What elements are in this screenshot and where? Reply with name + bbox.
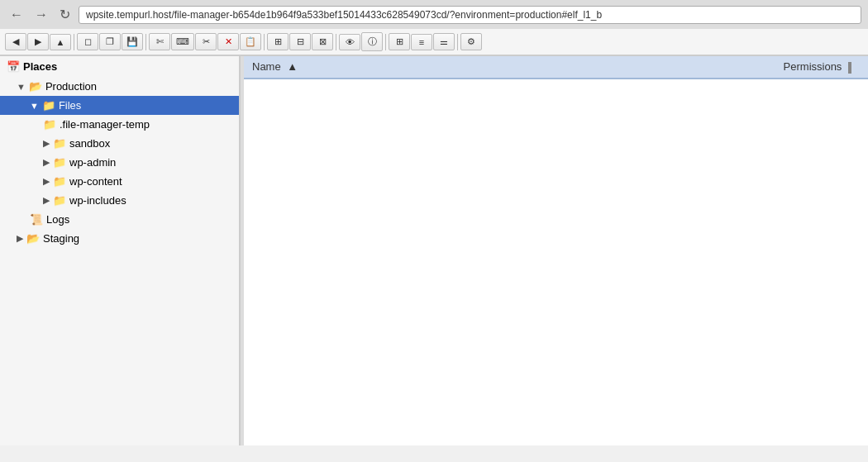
- places-label: Places: [23, 60, 57, 73]
- tb-sep-3: [264, 34, 265, 50]
- files-collapse-icon: ▼: [30, 101, 39, 111]
- tb-copy[interactable]: ❐: [99, 33, 121, 50]
- sandbox-expand-icon: ▶: [43, 138, 50, 149]
- tb-view1[interactable]: ⊞: [267, 33, 289, 50]
- file-table: Name ▲ Permissions: [244, 56, 868, 79]
- sidebar-wp-content[interactable]: ▶ 📁 wp-content: [0, 172, 239, 191]
- sandbox-label: sandbox: [69, 137, 110, 150]
- tb-sep-4: [336, 34, 336, 50]
- tb-view2[interactable]: ⊟: [289, 33, 311, 50]
- production-collapse-icon: ▼: [17, 82, 26, 92]
- col-resize-handle[interactable]: [848, 62, 851, 74]
- staging-icon: 📂: [26, 232, 40, 245]
- sidebar-staging[interactable]: ▶ 📂 Staging: [0, 229, 239, 248]
- tb-rename[interactable]: 📋: [240, 33, 261, 50]
- sidebar-logs[interactable]: 📜 Logs: [0, 210, 239, 229]
- tb-sep-6: [457, 34, 458, 50]
- tb-delete[interactable]: ✕: [217, 33, 239, 50]
- tb-view3[interactable]: ⊠: [312, 33, 333, 50]
- col-permissions-header[interactable]: Permissions: [618, 56, 868, 79]
- sidebar-wp-admin[interactable]: ▶ 📁 wp-admin: [0, 153, 239, 172]
- sidebar: 📅 Places ▼ 📂 Production ▼ 📁 Files 📁 .fil…: [0, 56, 240, 445]
- wpadmin-expand-icon: ▶: [43, 157, 50, 168]
- tb-up[interactable]: ▲: [50, 34, 71, 50]
- production-label: Production: [45, 80, 97, 93]
- browser-chrome: ← → ↻ ◀ ▶ ▲ ◻ ❐ 💾 ✄ ⌨ ✂ ✕ 📋 ⊞ ⊟ ⊠ 👁 ⓘ ⊞ …: [0, 0, 868, 56]
- sidebar-sandbox[interactable]: ▶ 📁 sandbox: [0, 134, 239, 153]
- wpincludes-icon: 📁: [53, 194, 66, 207]
- tb-save[interactable]: 💾: [122, 33, 143, 50]
- tb-sep-5: [385, 34, 386, 50]
- table-header-row: Name ▲ Permissions: [244, 56, 868, 79]
- col-name-label: Name: [252, 60, 281, 73]
- sandbox-icon: 📁: [53, 137, 66, 150]
- sidebar-file-manager-temp[interactable]: 📁 .file-manager-temp: [0, 115, 239, 134]
- tb-list[interactable]: ≡: [411, 34, 432, 50]
- tb-cut[interactable]: ✄: [149, 33, 170, 50]
- wpadmin-icon: 📁: [53, 156, 66, 169]
- sidebar-production[interactable]: ▼ 📂 Production: [0, 77, 239, 96]
- tb-forward[interactable]: ▶: [27, 33, 49, 50]
- files-label: Files: [59, 99, 81, 112]
- tb-new-folder[interactable]: ◻: [77, 33, 98, 50]
- logs-label: Logs: [46, 213, 69, 226]
- tb-copy2[interactable]: ⌨: [171, 33, 194, 50]
- wpadmin-label: wp-admin: [69, 156, 116, 169]
- tb-sep-2: [145, 34, 146, 50]
- col-permissions-label: Permissions: [784, 60, 842, 73]
- wpcontent-expand-icon: ▶: [43, 176, 50, 187]
- file-list: Name ▲ Permissions: [244, 56, 868, 445]
- wpincludes-label: wp-includes: [69, 194, 126, 207]
- address-bar[interactable]: [79, 6, 861, 24]
- reload-button[interactable]: ↻: [56, 5, 74, 24]
- sort-arrow-icon: ▲: [287, 60, 298, 73]
- back-button[interactable]: ←: [7, 6, 26, 24]
- tb-info[interactable]: ⓘ: [361, 32, 383, 51]
- tb-sep-1: [74, 34, 74, 50]
- fmtemp-label: .file-manager-temp: [60, 118, 150, 131]
- fmtemp-icon: 📁: [43, 118, 56, 131]
- sidebar-wp-includes[interactable]: ▶ 📁 wp-includes: [0, 191, 239, 210]
- files-folder-icon: 📁: [42, 99, 55, 112]
- tb-paste[interactable]: ✂: [195, 33, 217, 50]
- toolbar: ◀ ▶ ▲ ◻ ❐ 💾 ✄ ⌨ ✂ ✕ 📋 ⊞ ⊟ ⊠ 👁 ⓘ ⊞ ≡ ⚌ ⚙: [0, 29, 868, 55]
- wpincludes-expand-icon: ▶: [43, 195, 50, 206]
- browser-nav: ← → ↻: [0, 0, 868, 29]
- tb-back[interactable]: ◀: [5, 33, 26, 50]
- wpcontent-label: wp-content: [69, 175, 122, 188]
- forward-button[interactable]: →: [31, 6, 51, 24]
- production-folder-icon: 📂: [29, 80, 42, 93]
- places-icon: 📅: [7, 60, 20, 73]
- sidebar-places[interactable]: 📅 Places: [0, 56, 239, 77]
- staging-label: Staging: [43, 232, 79, 245]
- tb-compact[interactable]: ⚌: [433, 33, 455, 50]
- main-layout: 📅 Places ▼ 📂 Production ▼ 📁 Files 📁 .fil…: [0, 56, 868, 445]
- staging-expand-icon: ▶: [17, 233, 23, 244]
- wpcontent-icon: 📁: [53, 175, 66, 188]
- logs-icon: 📜: [30, 213, 43, 226]
- tb-preview[interactable]: 👁: [339, 34, 360, 50]
- tb-grid[interactable]: ⊞: [389, 33, 410, 50]
- col-name-header[interactable]: Name ▲: [244, 56, 618, 79]
- sidebar-files[interactable]: ▼ 📁 Files: [0, 96, 239, 115]
- tb-settings[interactable]: ⚙: [460, 33, 482, 50]
